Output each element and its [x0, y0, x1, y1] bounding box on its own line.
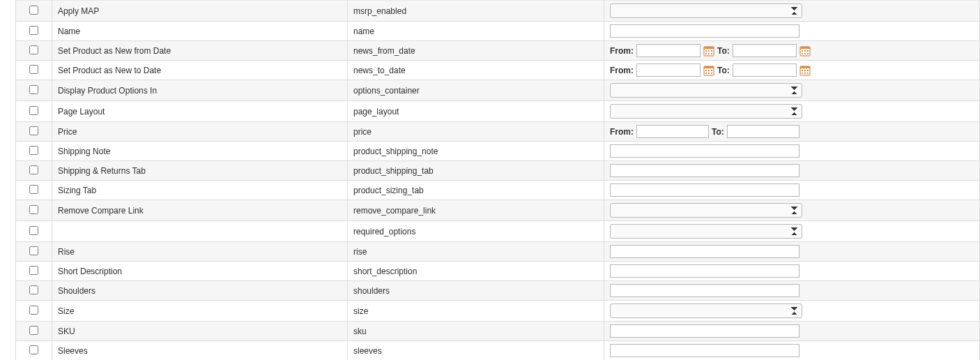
- attr-label: Rise: [52, 242, 348, 262]
- row-checkbox[interactable]: [29, 65, 38, 74]
- calendar-icon[interactable]: [703, 65, 714, 76]
- filter-text[interactable]: [610, 183, 799, 197]
- attr-code: required_options: [348, 221, 604, 242]
- table-row: Shipping Noteproduct_shipping_note: [16, 142, 980, 161]
- row-checkbox[interactable]: [29, 185, 38, 194]
- row-checkbox[interactable]: [29, 285, 38, 294]
- filter-select[interactable]: [610, 203, 802, 218]
- filter-date-to[interactable]: [733, 63, 797, 77]
- row-checkbox[interactable]: [29, 165, 38, 174]
- svg-rect-1: [704, 47, 714, 49]
- attr-label: Shipping Note: [52, 142, 348, 161]
- table-row: PricepriceFrom:To:: [16, 122, 980, 142]
- attr-code: news_to_date: [348, 61, 604, 80]
- attr-code: msrp_enabled: [348, 1, 604, 22]
- row-checkbox[interactable]: [29, 326, 38, 335]
- filter-to[interactable]: [727, 125, 799, 138]
- filter-select[interactable]: [610, 3, 802, 18]
- table-row: Apply MAPmsrp_enabled: [16, 1, 980, 22]
- attr-filter: [604, 101, 980, 122]
- filter-text[interactable]: [610, 344, 799, 357]
- row-checkbox[interactable]: [29, 246, 38, 255]
- table-row: Short Descriptionshort_description: [16, 262, 980, 281]
- svg-rect-15: [807, 53, 809, 54]
- attr-filter: From:To:: [604, 61, 980, 80]
- table-row: required_options: [16, 221, 980, 242]
- filter-date-from[interactable]: [636, 44, 700, 57]
- svg-rect-7: [711, 53, 712, 54]
- attr-label: Sleeves: [52, 341, 348, 361]
- filter-select[interactable]: [610, 224, 802, 239]
- attr-filter: [604, 22, 980, 41]
- attr-filter: [604, 80, 980, 101]
- row-checkbox[interactable]: [29, 345, 38, 354]
- attr-code: shoulders: [348, 281, 604, 301]
- attr-code: sleeves: [348, 341, 604, 361]
- table-row: Riserise: [16, 242, 980, 262]
- table-row: Sleevessleeves: [16, 341, 980, 361]
- attr-label: [52, 221, 348, 242]
- svg-rect-20: [711, 70, 712, 71]
- filter-text[interactable]: [610, 245, 799, 258]
- row-checkbox[interactable]: [29, 126, 38, 135]
- svg-rect-21: [705, 73, 707, 74]
- attr-label: Apply MAP: [52, 1, 348, 22]
- row-checkbox[interactable]: [29, 26, 38, 35]
- filter-text[interactable]: [610, 144, 799, 158]
- svg-rect-30: [804, 73, 806, 74]
- svg-rect-25: [800, 66, 810, 68]
- filter-text[interactable]: [610, 324, 799, 338]
- table-row: Set Product as New to Datenews_to_dateFr…: [16, 61, 980, 80]
- attr-code: rise: [348, 242, 604, 262]
- attr-code: size: [348, 301, 604, 322]
- row-checkbox[interactable]: [29, 266, 38, 275]
- attr-filter: [604, 161, 980, 181]
- filter-from[interactable]: [636, 125, 709, 138]
- row-checkbox[interactable]: [29, 146, 38, 155]
- filter-text[interactable]: [610, 284, 799, 297]
- table-row: SKUsku: [16, 322, 980, 341]
- attr-code: product_shipping_tab: [348, 161, 604, 181]
- attr-code: name: [348, 22, 604, 41]
- attr-filter: [604, 200, 980, 221]
- row-checkbox[interactable]: [29, 106, 38, 115]
- row-checkbox[interactable]: [29, 226, 38, 235]
- filter-text[interactable]: [610, 164, 799, 177]
- row-checkbox[interactable]: [29, 306, 38, 315]
- filter-select[interactable]: [610, 303, 802, 318]
- attr-label: Shoulders: [52, 281, 348, 301]
- svg-rect-17: [704, 66, 714, 68]
- table-row: Page Layoutpage_layout: [16, 101, 980, 122]
- filter-date-from[interactable]: [636, 63, 700, 77]
- attr-filter: [604, 1, 980, 22]
- attr-filter: From:To:: [604, 122, 980, 142]
- to-label: To:: [712, 127, 724, 137]
- filter-date-to[interactable]: [733, 44, 797, 57]
- filter-text[interactable]: [610, 264, 799, 278]
- row-checkbox[interactable]: [29, 85, 38, 94]
- attr-label: Display Product Options In: [52, 80, 348, 101]
- calendar-icon[interactable]: [799, 45, 811, 57]
- svg-rect-23: [711, 73, 712, 74]
- attr-code: product_shipping_note: [348, 142, 604, 161]
- filter-select[interactable]: [610, 104, 802, 119]
- attr-code: news_from_date: [348, 41, 604, 61]
- svg-rect-9: [800, 47, 810, 49]
- filter-select[interactable]: [610, 83, 802, 98]
- filter-text[interactable]: [610, 24, 799, 38]
- svg-rect-10: [802, 50, 803, 52]
- calendar-icon[interactable]: [799, 65, 811, 76]
- svg-rect-11: [804, 50, 806, 52]
- to-label: To:: [717, 66, 730, 75]
- calendar-icon[interactable]: [703, 45, 714, 57]
- attr-label: Price: [52, 122, 348, 142]
- attr-filter: [604, 262, 980, 281]
- row-checkbox[interactable]: [29, 6, 38, 15]
- from-label: From:: [610, 66, 634, 75]
- table-row: Remove Compare Linkremove_compare_link: [16, 200, 980, 221]
- attr-filter: From:To:: [604, 41, 980, 61]
- row-checkbox[interactable]: [29, 205, 38, 214]
- row-checkbox[interactable]: [29, 45, 38, 54]
- svg-rect-13: [802, 53, 803, 54]
- svg-rect-28: [807, 70, 809, 71]
